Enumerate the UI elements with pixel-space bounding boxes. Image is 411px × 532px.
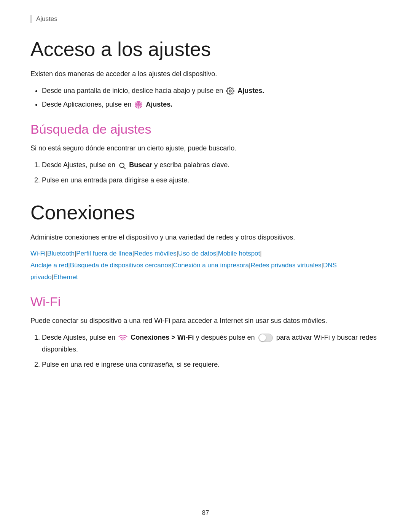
toc-link-ethernet[interactable]: Ethernet [53, 273, 78, 281]
toc-link-mobile-hotspot[interactable]: Mobile hotspot [218, 250, 260, 257]
apps-icon [134, 101, 143, 109]
toc-link-redes-privadas[interactable]: Redes privadas virtuales [250, 262, 321, 269]
wifi-steps: Desde Ajustes, pulse en Conexiones > Wi-… [42, 332, 381, 371]
breadcrumb: Ajustes [30, 15, 381, 23]
toc-link-anclaje[interactable]: Anclaje a red [30, 262, 68, 269]
svg-line-7 [124, 167, 126, 169]
toc-link-redes-moviles[interactable]: Redes móviles [134, 250, 177, 257]
busqueda-step-1-bold: Buscar [129, 161, 152, 169]
busqueda-step-2: Pulse en una entrada para dirigirse a es… [42, 174, 381, 186]
toc-link-perfil[interactable]: Perfil fuera de línea [76, 250, 132, 257]
wifi-step-1: Desde Ajustes, pulse en Conexiones > Wi-… [42, 332, 381, 355]
conexiones-intro: Administre conexiones entre el dispositi… [30, 232, 381, 243]
wifi-intro: Puede conectar su dispositivo a una red … [30, 315, 381, 326]
busqueda-steps: Desde Ajustes, pulse en Buscar y escriba… [42, 159, 381, 186]
toc-link-uso-datos[interactable]: Uso de datos [178, 250, 216, 257]
toc-link-impresora[interactable]: Conexión a una impresora [173, 262, 249, 269]
acceso-bullet-2-text: Desde Aplicaciones, pulse en [42, 101, 133, 108]
toc-link-bluetooth[interactable]: Bluetooth [47, 250, 75, 257]
busqueda-title: Búsqueda de ajustes [30, 122, 381, 137]
wifi-step-1-nav: Conexiones > Wi-Fi [131, 334, 194, 341]
search-icon [118, 161, 126, 169]
wifi-step-2: Pulse en una red e ingrese una contraseñ… [42, 359, 381, 371]
acceso-bullets: Desde una pantalla de inicio, deslice ha… [42, 85, 381, 110]
busqueda-step-1-prefix: Desde Ajustes, pulse en [42, 161, 117, 169]
acceso-bullet-2-bold: Ajustes. [146, 101, 172, 108]
toggle-icon [258, 334, 273, 342]
wifi-icon [118, 333, 127, 342]
acceso-bullet-1-bold: Ajustes. [237, 87, 264, 94]
acceso-intro: Existen dos maneras de acceder a los aju… [30, 69, 381, 80]
page-number: 87 [0, 509, 411, 517]
conexiones-title: Conexiones [30, 201, 381, 224]
svg-point-8 [123, 340, 123, 341]
busqueda-intro: Si no está seguro dónde encontrar un cie… [30, 143, 381, 154]
svg-point-6 [119, 163, 124, 168]
svg-point-0 [229, 90, 232, 92]
gear-icon [226, 87, 234, 95]
toc-sep-6: | [260, 250, 261, 257]
wifi-title: Wi-Fi [30, 294, 381, 309]
busqueda-step-1: Desde Ajustes, pulse en Buscar y escriba… [42, 159, 381, 171]
conexiones-toc: Wi-Fi|Bluetooth|Perfil fuera de línea|Re… [30, 248, 381, 283]
acceso-bullet-1: Desde una pantalla de inicio, deslice ha… [42, 85, 381, 97]
wifi-step-1-middle: y después pulse en [196, 334, 257, 341]
busqueda-step-1-suffix: y escriba palabras clave. [154, 161, 229, 169]
toc-link-busqueda-dispositivos[interactable]: Búsqueda de dispositivos cercanos [70, 262, 172, 269]
toc-link-wifi[interactable]: Wi-Fi [30, 250, 46, 257]
acceso-bullet-2: Desde Aplicaciones, pulse en Ajustes. [42, 99, 381, 110]
wifi-step-1-prefix: Desde Ajustes, pulse en [42, 334, 117, 341]
acceso-title: Acceso a los ajustes [30, 38, 381, 61]
acceso-bullet-1-text: Desde una pantalla de inicio, deslice ha… [42, 87, 225, 94]
breadcrumb-label: Ajustes [36, 15, 57, 22]
